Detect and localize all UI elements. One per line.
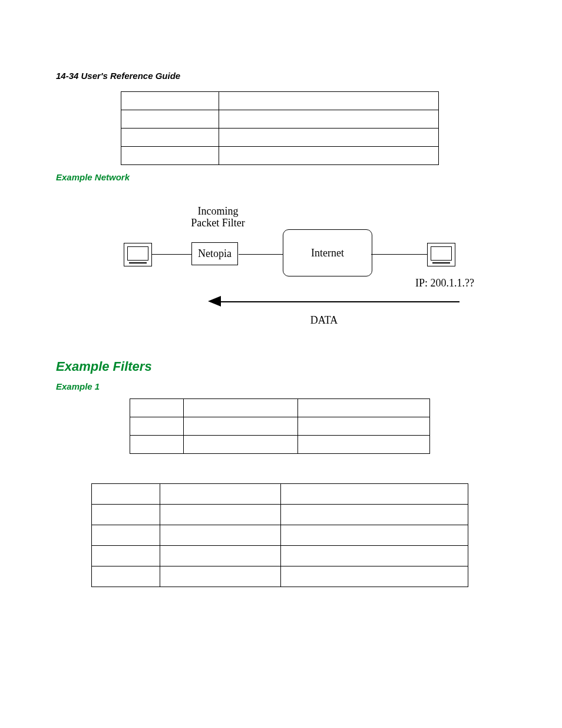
label-data: DATA (295, 315, 353, 327)
computer-left-icon (124, 243, 152, 266)
page-header: 14-34 User's Reference Guide (56, 71, 506, 81)
arrow-head-icon (208, 296, 221, 307)
heading-example-network: Example Network (56, 172, 506, 182)
table-example1-params (130, 398, 430, 454)
diagram-connector (239, 254, 283, 255)
heading-example-filters: Example Filters (56, 359, 506, 374)
diagram-connector (152, 254, 191, 255)
table-example1-results (91, 483, 468, 587)
box-internet: Internet (283, 229, 372, 276)
heading-example-1: Example 1 (56, 381, 506, 391)
network-diagram: Incoming Packet Filter Netopia Internet … (56, 206, 506, 341)
computer-right-icon (427, 243, 455, 266)
table-network-params (121, 91, 439, 165)
label-incoming-filter: Incoming Packet Filter (180, 206, 256, 229)
diagram-connector (371, 254, 427, 255)
label-ip: IP: 200.1.1.?? (404, 278, 486, 289)
label-internet: Internet (311, 247, 344, 259)
arrow-data-flow (221, 301, 459, 302)
box-netopia: Netopia (191, 242, 238, 265)
